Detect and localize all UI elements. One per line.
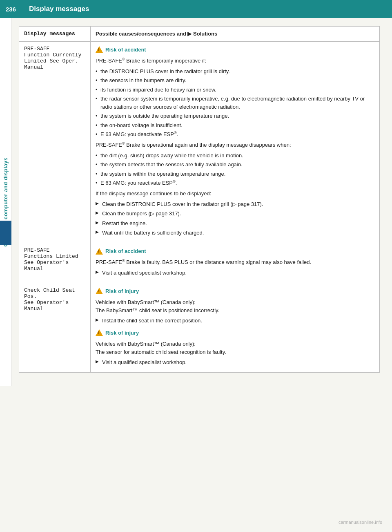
causes-1: ! Risk of accident PRE-SAFE® Brake is te… [91, 41, 380, 243]
list-item: Clean the bumpers (▷ page 317). [96, 210, 374, 218]
list-item: Clean the DISTRONIC PLUS cover in the ra… [96, 200, 374, 208]
para-2-1: PRE-SAFE® Brake is faulty. BAS PLUS or t… [96, 258, 374, 266]
table-row: Check Child SeatPos.See Operator'sManual… [19, 283, 380, 372]
list-item: the dirt (e.g. slush) drops away while t… [96, 152, 374, 160]
header-title: Display messages [22, 5, 89, 13]
list-item: its function is impaired due to heavy ra… [96, 86, 374, 94]
list-item: the on-board voltage is insufficient. [96, 121, 374, 130]
page-number: 236 [0, 0, 22, 18]
warning-triangle-icon-2: ! [96, 248, 103, 255]
main-table: Display messages Possible causes/consequ… [19, 26, 380, 373]
risk-badge-1: ! Risk of accident [96, 46, 374, 54]
list-item: the system is outside the operating temp… [96, 112, 374, 120]
warning-triangle-icon-1: ! [96, 46, 103, 53]
list-item: the system is within the operating tempe… [96, 170, 374, 178]
list-item: Install the child seat in the correct po… [96, 317, 374, 325]
list-item: E 63 AMG: you reactivate ESP®. [96, 179, 374, 187]
causes-2: ! Risk of accident PRE-SAFE® Brake is fa… [91, 243, 380, 283]
main-content: Display messages Possible causes/consequ… [11, 18, 392, 381]
list-item: Visit a qualified specialist workshop. [96, 358, 374, 367]
list-item: E 63 AMG: you deactivate ESP®. [96, 130, 374, 139]
list-item: the system detects that the sensors are … [96, 161, 374, 169]
risk-injury-label-1: Risk of injury [105, 287, 139, 295]
list-item: the sensors in the bumpers are dirty. [96, 76, 374, 85]
warning-triangle-icon-3: ! [96, 288, 103, 294]
list-item: the DISTRONIC PLUS cover in the radiator… [96, 67, 374, 76]
header-bar: 236 Display messages [0, 0, 392, 18]
para-1-1: PRE-SAFE® Brake is temporarily inoperati… [96, 57, 374, 65]
list-item: Wait until the battery is sufficiently c… [96, 229, 374, 237]
list-item: the radar sensor system is temporarily i… [96, 95, 374, 111]
bullet-list-1: the DISTRONIC PLUS cover in the radiator… [96, 67, 374, 139]
action-list-3: Install the child seat in the correct po… [96, 317, 374, 325]
risk-injury-label-2: Risk of injury [105, 329, 139, 337]
bullet-list-2: the dirt (e.g. slush) drops away while t… [96, 152, 374, 187]
action-list-1: Clean the DISTRONIC PLUS cover in the ra… [96, 200, 374, 237]
risk-badge-3: ! Risk of injury [96, 287, 374, 295]
watermark: carmanualsonline.info [339, 520, 382, 525]
para-3-2: Vehicles with BabySmart™ (Canada only):T… [96, 340, 374, 356]
para-1-2: PRE-SAFE® Brake is operational again and… [96, 141, 374, 149]
page-wrapper: 236 Display messages On-board computer a… [0, 0, 392, 532]
display-msg-2: PRE-SAFEFunctions LimitedSee Operator'sM… [19, 243, 91, 283]
para-1-3: If the display message continues to be d… [96, 190, 374, 198]
col-header-display: Display messages [19, 27, 91, 42]
list-item: Visit a qualified specialist workshop. [96, 269, 374, 277]
risk-badge-4: ! Risk of injury [96, 329, 374, 337]
table-row: PRE-SAFEFunction CurrentlyLimited See Op… [19, 41, 380, 243]
sidebar-label: On-board computer and displays [0, 18, 11, 386]
action-list-2: Visit a qualified specialist workshop. [96, 269, 374, 277]
risk-accident-label-2: Risk of accident [105, 247, 146, 255]
sidebar-blue-block [0, 221, 11, 245]
causes-3: ! Risk of injury Vehicles with BabySmart… [91, 283, 380, 372]
display-msg-3: Check Child SeatPos.See Operator'sManual [19, 283, 91, 372]
col-header-causes: Possible causes/consequences and ▶ Solut… [91, 27, 380, 42]
action-list-4: Visit a qualified specialist workshop. [96, 358, 374, 367]
list-item: Restart the engine. [96, 219, 374, 228]
warning-triangle-icon-4: ! [96, 329, 103, 336]
risk-accident-label-1: Risk of accident [105, 46, 146, 54]
display-msg-1: PRE-SAFEFunction CurrentlyLimited See Op… [19, 41, 91, 243]
table-row: PRE-SAFEFunctions LimitedSee Operator'sM… [19, 243, 380, 283]
para-3-1: Vehicles with BabySmart™ (Canada only):T… [96, 298, 374, 314]
risk-badge-2: ! Risk of accident [96, 247, 374, 255]
